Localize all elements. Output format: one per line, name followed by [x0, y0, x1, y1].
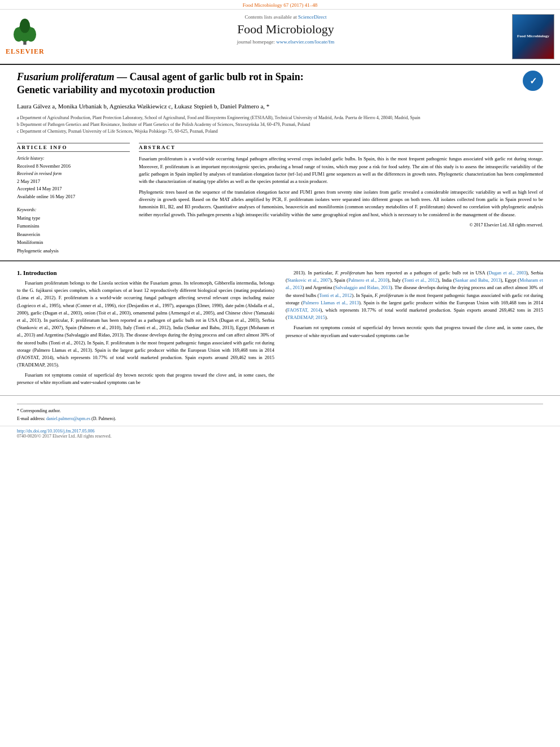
authors-line: Laura Gálvez a, Monika Urbaniak b, Agnie…: [17, 102, 543, 112]
abstract-header: ABSTRACT: [139, 143, 543, 152]
journal-thumbnail-area: Food Microbiology: [498, 14, 554, 59]
email-note: E-mail address: daniel.palmero@upm.es (D…: [17, 416, 543, 422]
article-title-italic: Fusarium proliferatum: [17, 71, 115, 82]
journal-thumbnail: Food Microbiology: [512, 14, 554, 59]
homepage-line: journal homepage: www.elsevier.com/locat…: [79, 39, 492, 45]
article-info-abstract: ARTICLE INFO Article history: Received 8…: [17, 143, 543, 255]
intro-text-right: 2013). In particular, F. proliferatum ha…: [286, 269, 543, 339]
body-col-right: 2013). In particular, F. proliferatum ha…: [286, 269, 543, 389]
svg-point-4: [20, 18, 30, 32]
journal-title-area: Contents lists available at ScienceDirec…: [73, 14, 498, 59]
sciencedirect-line: Contents lists available at ScienceDirec…: [79, 14, 492, 20]
article-info-column: ARTICLE INFO Article history: Received 8…: [17, 143, 130, 255]
corresponding-author-note: * Corresponding author.: [17, 408, 543, 414]
email-label: E-mail address:: [17, 416, 46, 421]
email-attribution: (D. Palmero).: [91, 416, 116, 421]
issn-line: 0740-0020/© 2017 Elsevier Ltd. All right…: [17, 434, 543, 439]
body-col-left: 1. Introduction Fusarium proliferatum be…: [17, 269, 274, 389]
bottom-bar: http://dx.doi.org/10.1016/j.fm.2017.05.0…: [0, 426, 560, 441]
sciencedirect-link[interactable]: ScienceDirect: [298, 14, 326, 20]
copyright-line: © 2017 Elsevier Ltd. All rights reserved…: [139, 222, 543, 229]
intro-text-left: Fusarium proliferatum belongs to the Lis…: [17, 279, 274, 386]
email-link[interactable]: daniel.palmero@upm.es: [46, 416, 90, 421]
journal-header: ELSEVIER Contents lists available at Sci…: [0, 10, 560, 65]
journal-name: Food Microbiology: [79, 22, 492, 37]
article-history: Article history: Received 8 November 201…: [17, 155, 130, 200]
homepage-link[interactable]: www.elsevier.com/locate/fm: [276, 39, 334, 45]
body-two-col: 1. Introduction Fusarium proliferatum be…: [17, 269, 543, 389]
journal-reference: Food Microbiology 67 (2017) 41–48: [0, 0, 560, 10]
elsevier-brand: ELSEVIER: [6, 47, 45, 56]
elsevier-tree-icon: [8, 18, 42, 46]
abstract-column: ABSTRACT Fusarium proliferatum is a worl…: [139, 143, 543, 255]
article-header-section: Fusarium proliferatum — Causal agent of …: [0, 65, 560, 261]
elsevier-logo-area: ELSEVIER: [6, 14, 73, 59]
footnotes: * Corresponding author. E-mail address: …: [0, 395, 560, 426]
abstract-text: Fusarium proliferatum is a world-wide oc…: [139, 155, 543, 229]
crossmark-badge[interactable]: ✓: [523, 71, 543, 91]
keywords-section: Keywords: Mating type Fumonisins Beauver…: [17, 206, 130, 255]
footnotes-divider: [17, 404, 543, 404]
doi-line[interactable]: http://dx.doi.org/10.1016/j.fm.2017.05.0…: [17, 429, 543, 434]
intro-section-title: 1. Introduction: [17, 269, 274, 276]
article-title: Fusarium proliferatum — Causal agent of …: [17, 71, 517, 97]
body-section: 1. Introduction Fusarium proliferatum be…: [0, 261, 560, 395]
article-info-header: ARTICLE INFO: [17, 143, 130, 152]
affiliations: a Department of Agricultural Production,…: [17, 115, 543, 135]
